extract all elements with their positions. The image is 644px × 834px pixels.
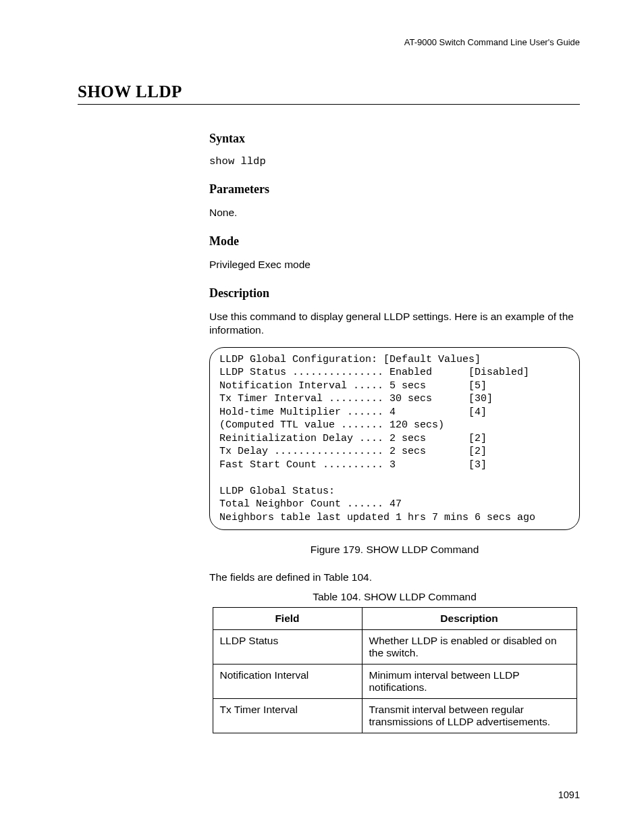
table-header-row: Field Description: [213, 608, 576, 630]
mode-heading: Mode: [209, 234, 580, 249]
table-row: Notification Interval Minimum interval b…: [213, 664, 576, 699]
page-number: 1091: [558, 789, 580, 800]
document-page: AT-9000 Switch Command Line User's Guide…: [0, 0, 644, 834]
description-text: Use this command to display general LLDP…: [209, 310, 580, 337]
table-header-description: Description: [362, 608, 576, 630]
table-header-field: Field: [213, 608, 362, 630]
header-guide-title: AT-9000 Switch Command Line User's Guide: [78, 37, 580, 47]
output-box: LLDP Global Configuration: [Default Valu…: [209, 347, 580, 531]
fields-intro: The fields are defined in Table 104.: [209, 571, 580, 584]
table-cell-field: Notification Interval: [213, 664, 362, 699]
table-cell-field: LLDP Status: [213, 630, 362, 664]
parameters-heading: Parameters: [209, 182, 580, 197]
figure-caption: Figure 179. SHOW LLDP Command: [209, 544, 580, 556]
table-cell-description: Minimum interval between LLDP notificati…: [362, 664, 576, 699]
table-cell-description: Transmit interval between regular transm…: [362, 699, 576, 733]
parameters-text: None.: [209, 206, 580, 219]
table-row: LLDP Status Whether LLDP is enabled or d…: [213, 630, 576, 664]
table-cell-field: Tx Timer Interval: [213, 699, 362, 733]
syntax-code: show lldp: [209, 155, 580, 167]
command-title: SHOW LLDP: [78, 82, 580, 105]
table-row: Tx Timer Interval Transmit interval betw…: [213, 699, 576, 733]
mode-text: Privileged Exec mode: [209, 258, 580, 271]
table-cell-description: Whether LLDP is enabled or disabled on t…: [362, 630, 576, 664]
fields-table: Field Description LLDP Status Whether LL…: [213, 607, 577, 733]
description-heading: Description: [209, 286, 580, 301]
syntax-heading: Syntax: [209, 132, 580, 146]
table-caption: Table 104. SHOW LLDP Command: [209, 591, 580, 603]
content-body: Syntax show lldp Parameters None. Mode P…: [209, 132, 580, 733]
